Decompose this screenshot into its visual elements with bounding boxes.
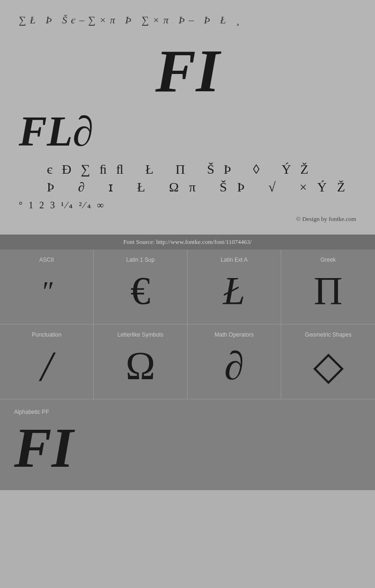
char-grid: ASCII ″ Latin 1 Sup € Latin Ext A Ł Gree… [0,250,375,399]
char-block-punctuation: Punctuation / [0,324,94,399]
char-display-diamond: ◇ [286,343,370,390]
bottom-section: Font Source: http://www.fontke.com/font/… [0,235,375,490]
char-label-letterlike: Letterlike Symbols [98,331,182,338]
char-display-euro: € [98,268,182,315]
char-block-geometric: Geometric Shapes ◇ [281,324,375,399]
header-symbols: ∑Ł Þ Šє–∑×π Þ ∑×π Þ– Þ Ł ¸ [19,14,356,26]
char-block-letterlike: Letterlike Symbols Ω [94,324,188,399]
bottom-fi-large: FI [14,420,361,476]
char-block-ascii: ASCII ″ [0,250,94,324]
char-label-ascii: ASCII [5,257,89,263]
bottom-preview: Alphabetic PF FI [0,399,375,490]
char-display-omega: Ω [98,343,182,390]
top-section: ∑Ł Þ Šє–∑×π Þ ∑×π Þ– Þ Ł ¸ FI FL∂ єÐ∑ﬁﬂ … [0,0,375,235]
fl-partial-display: FL∂ [19,110,356,153]
char-label-geometric: Geometric Shapes [286,331,370,338]
char-label-math: Math Operators [192,331,276,338]
symbol-row-1: єÐ∑ﬁﬂ Ł Π ŠÞ ◊ ÝŽ [47,162,356,177]
char-label-latin-ext-a: Latin Ext A [192,257,276,263]
char-display-ascii: ″ [5,268,89,315]
symbol-row-2: Þ ∂ ɪ Ł Ωπ ŠÞ √ ×ÝŽ [47,179,356,195]
bottom-preview-label: Alphabetic PF [14,409,361,415]
number-row: ° 1 2 3 ¹⁄₄ ²⁄₄ ∞ [19,199,356,211]
char-block-math: Math Operators ∂ [188,324,281,399]
char-label-latin1sup: Latin 1 Sup [98,257,182,263]
char-display-stroke-l: Ł [192,268,276,315]
char-label-greek: Greek [286,257,370,263]
char-label-punctuation: Punctuation [5,331,89,338]
char-display-partial: ∂ [192,343,276,390]
char-block-latin-ext-a: Latin Ext A Ł [188,250,281,324]
font-source-link[interactable]: http://www.fontke.com/font/11074463/ [156,238,252,245]
font-source-bar: Font Source: http://www.fontke.com/font/… [0,235,375,250]
char-display-slash: / [5,343,89,390]
credit-line: © Design by fontke.com [19,215,356,223]
char-block-latin1sup: Latin 1 Sup € [94,250,188,324]
char-display-pi: Π [286,268,370,315]
main-fi-display: FI [19,40,356,101]
char-block-greek: Greek Π [281,250,375,324]
